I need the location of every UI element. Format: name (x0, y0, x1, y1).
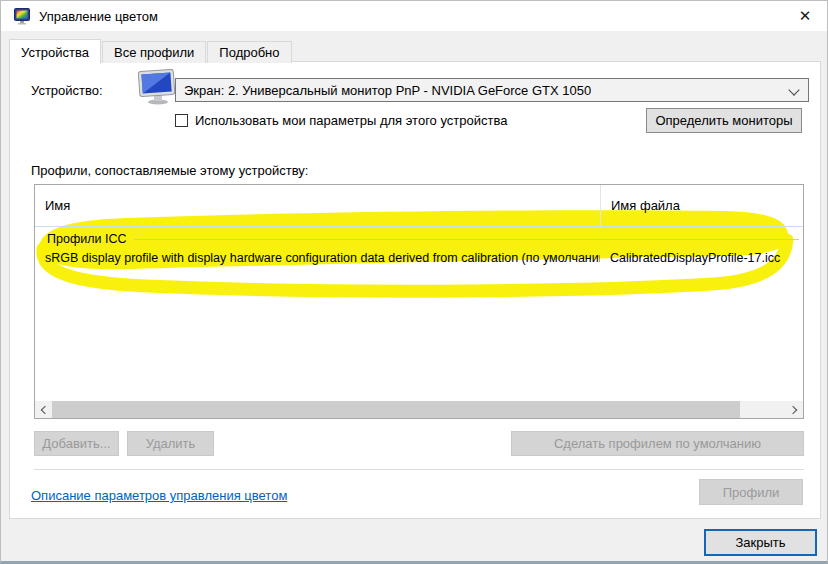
close-icon[interactable]: ✕ (787, 1, 823, 31)
use-my-settings-checkbox[interactable] (175, 114, 188, 127)
titlebar: Управление цветом ✕ (1, 1, 827, 31)
list-body: Профили ICC sRGB display profile with di… (35, 230, 803, 268)
list-header: Имя Имя файла (35, 185, 803, 227)
scrollbar-thumb[interactable] (52, 401, 740, 418)
profile-file-cell: CalibratedDisplayProfile-17.icc (600, 251, 803, 265)
monitor-icon (137, 69, 179, 108)
horizontal-scrollbar[interactable] (35, 401, 803, 418)
remove-button[interactable]: Удалить (127, 431, 214, 456)
group-label: Профили ICC (47, 232, 126, 246)
profiles-button[interactable]: Профили (699, 479, 803, 505)
device-select[interactable]: Экран: 2. Универсальный монитор PnP - NV… (175, 78, 809, 102)
tabstrip: Устройства Все профили Подробно (9, 38, 293, 63)
use-my-settings-label: Использовать мои параметры для этого уст… (195, 113, 507, 128)
profile-name-cell: sRGB display profile with display hardwa… (35, 251, 600, 265)
group-separator-line (134, 239, 799, 240)
profiles-list: Имя Имя файла Профили ICC sRGB display p… (34, 184, 804, 419)
tab-all-profiles[interactable]: Все профили (102, 41, 206, 63)
profiles-section-label: Профили, сопоставляемые этому устройству… (31, 163, 308, 178)
group-row-icc: Профили ICC (35, 230, 803, 248)
window-title: Управление цветом (39, 9, 158, 24)
scroll-left-icon[interactable] (35, 401, 52, 418)
chevron-down-icon (788, 84, 799, 95)
table-row[interactable]: sRGB display profile with display hardwa… (35, 248, 803, 268)
add-button[interactable]: Добавить... (34, 431, 119, 456)
tab-devices[interactable]: Устройства (9, 39, 101, 64)
device-label: Устройство: (31, 83, 103, 98)
devices-tab-page: Устройство: Экран: 2. Универсальный мони… (9, 61, 821, 519)
tab-advanced[interactable]: Подробно (207, 41, 291, 63)
color-management-app-icon (14, 8, 31, 28)
footer-separator (34, 469, 804, 470)
set-default-button[interactable]: Сделать профилем по умолчанию (511, 431, 804, 456)
scroll-right-icon[interactable] (786, 401, 803, 418)
column-header-file[interactable]: Имя файла (600, 185, 803, 226)
color-management-help-link[interactable]: Описание параметров управления цветом (31, 488, 287, 503)
color-management-dialog: Управление цветом ✕ Устройства Все профи… (0, 0, 828, 564)
column-header-name[interactable]: Имя (35, 198, 600, 213)
identify-monitors-button[interactable]: Определить мониторы (646, 108, 802, 133)
close-dialog-button[interactable]: Закрыть (704, 529, 817, 556)
device-select-value: Экран: 2. Универсальный монитор PnP - NV… (184, 83, 591, 98)
